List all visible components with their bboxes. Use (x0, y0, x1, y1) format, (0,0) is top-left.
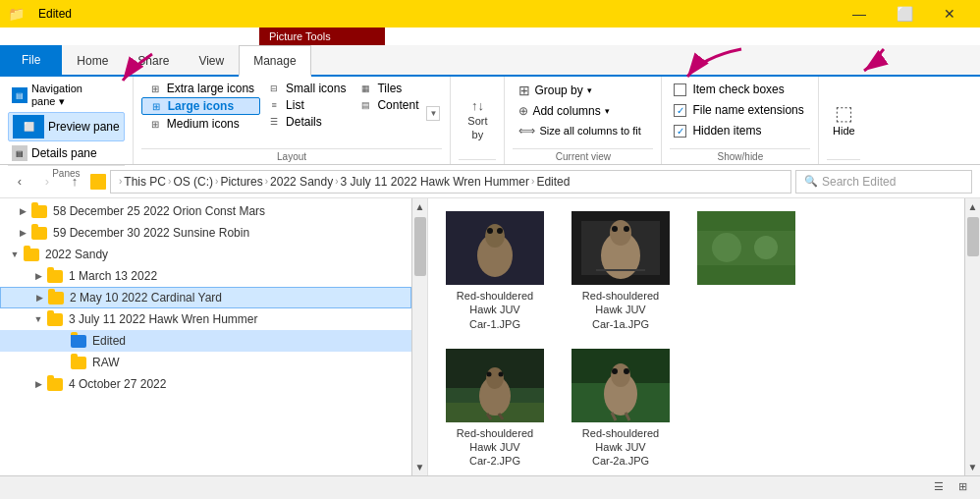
title-bar-title: Edited (38, 7, 72, 21)
add-columns-btn[interactable]: ⊕ Add columns ▾ (513, 102, 653, 120)
tab-view[interactable]: View (184, 45, 239, 75)
file-item-car2[interactable]: Red-shoulderedHawk JUVCar-2.JPG (436, 344, 554, 473)
sidebar-item-2may[interactable]: ▶ 2 May 10 2022 Cardinal Yard (0, 287, 411, 308)
svg-point-21 (487, 371, 492, 376)
hawk-img-car2a (572, 349, 670, 422)
address-bar: ‹ › ↑ › This PC › OS (C:) › Pictures › 2… (0, 165, 980, 198)
title-bar-icon: 📁 (8, 6, 25, 22)
svg-point-3 (487, 228, 493, 234)
forward-button[interactable]: › (35, 170, 59, 194)
picture-tools-label: Picture Tools (269, 30, 331, 42)
sidebar-item-1march[interactable]: ▶ 1 March 13 2022 (0, 265, 411, 287)
svg-rect-13 (697, 231, 795, 265)
medium-icons-btn[interactable]: ⊞ Medium icons (141, 116, 260, 132)
file-scroll-thumb[interactable] (967, 217, 979, 256)
list-view-btn[interactable]: ☰ (929, 479, 949, 495)
hide-btn[interactable]: ⬚ Hide (829, 97, 859, 140)
ribbon: ▤ Navigationpane ▾ ⬜ Preview pane ▤ Deta… (0, 77, 980, 165)
path-part-2022sandy[interactable]: 2022 Sandy (270, 175, 333, 189)
main-area: ▶ 58 December 25 2022 Orion Const Mars ▶… (0, 198, 980, 475)
layout-expand-btn[interactable]: ▼ (424, 81, 442, 146)
file-scrollbar[interactable]: ▲ ▼ (964, 198, 980, 475)
back-button[interactable]: ‹ (8, 170, 31, 194)
file-thumb-car2a (572, 349, 670, 422)
sidebar-item-edited[interactable]: Edited (0, 330, 411, 352)
tab-file[interactable]: File (8, 45, 54, 75)
large-icon-view-btn[interactable]: ⊞ (953, 479, 972, 495)
show-hide-group-label: Show/hide (670, 148, 810, 164)
svg-point-10 (624, 226, 629, 232)
extra-large-icons-btn[interactable]: ⊞ Extra large icons (141, 81, 260, 96)
sidebar-item-3july[interactable]: ▼ 3 July 11 2022 Hawk Wren Hummer (0, 308, 411, 330)
item-checkboxes-checkbox[interactable] (674, 83, 686, 96)
sidebar-item-4oct[interactable]: ▶ 4 October 27 2022 (0, 373, 411, 395)
expand-arrow-4oct: ▶ (31, 379, 45, 389)
navigation-pane-label: Navigationpane ▾ (31, 83, 82, 108)
sidebar-scrollbar[interactable]: ▲ ▼ (411, 198, 427, 475)
file-name-car1: Red-shoulderedHawk JUVCar-1.JPG (457, 289, 533, 331)
file-thumb-car1a (572, 211, 670, 285)
path-part-july[interactable]: 3 July 11 2022 Hawk Wren Hummer (341, 175, 530, 189)
file-item-car1[interactable]: Red-shoulderedHawk JUVCar-1.JPG (436, 206, 554, 336)
preview-pane-btn[interactable]: ⬜ Preview pane (8, 112, 125, 141)
size-columns-label: Size all columns to fit (539, 125, 640, 137)
tab-share[interactable]: Share (123, 45, 184, 75)
sidebar-scroll-thumb[interactable] (414, 217, 426, 276)
svg-point-15 (754, 236, 778, 259)
address-path[interactable]: › This PC › OS (C:) › Pictures › 2022 Sa… (110, 170, 791, 194)
close-button[interactable]: ✕ (927, 0, 972, 28)
small-icons-btn[interactable]: ⊟ Small icons (260, 81, 352, 96)
maximize-button[interactable]: ⬜ (882, 0, 927, 28)
title-bar: 📁 Edited — ⬜ ✕ (0, 0, 980, 28)
hawk-img-car1a (572, 211, 670, 285)
file-item-car2a[interactable]: Red-shoulderedHawk JUVCar-2a.JPG (562, 344, 680, 473)
group-by-btn[interactable]: ⊞ Group by ▾ (513, 81, 653, 100)
content-btn[interactable]: ▤ Content (352, 97, 424, 113)
size-columns-btn[interactable]: ⟺ Size all columns to fit (513, 122, 653, 139)
path-separator-4: › (335, 176, 338, 187)
file-item-car1a[interactable]: Red-shoulderedHawk JUVCar-1a.JPG (562, 206, 680, 336)
folder-icon-edited (71, 335, 86, 348)
minimize-button[interactable]: — (837, 0, 882, 28)
file-scroll-down[interactable]: ▼ (965, 459, 980, 475)
item-checkboxes-item[interactable]: Item check boxes (670, 81, 810, 98)
up-button[interactable]: ↑ (63, 170, 86, 194)
navigation-pane-btn[interactable]: ▤ Navigationpane ▾ (8, 81, 125, 110)
sidebar-item-raw[interactable]: RAW (0, 352, 411, 373)
sort-group-label (459, 159, 496, 164)
folder-icon-1march (47, 270, 63, 283)
large-icons-btn[interactable]: ⊞ Large icons (141, 97, 260, 115)
details-btn[interactable]: ☰ Details (260, 114, 352, 130)
path-separator-2: › (215, 176, 218, 187)
ribbon-group-hide: ⬚ Hide (819, 77, 868, 164)
path-part-edited[interactable]: Edited (536, 175, 570, 189)
tiles-btn[interactable]: ▦ Tiles (352, 81, 424, 96)
sidebar-scroll-up[interactable]: ▲ (412, 198, 428, 215)
hide-group-label (827, 159, 860, 164)
file-name-ext-checkbox[interactable]: ✓ (674, 104, 686, 117)
sidebar-item-2022sandy[interactable]: ▼ 2022 Sandy (0, 244, 411, 265)
list-btn[interactable]: ≡ List (260, 97, 352, 113)
sort-by-btn[interactable]: ↑↓ Sort by (463, 94, 491, 144)
sidebar-item-59dec[interactable]: ▶ 59 December 30 2022 Sunsine Robin (0, 222, 411, 244)
search-icon: 🔍 (804, 175, 818, 188)
search-box[interactable]: 🔍 Search Edited (795, 170, 972, 194)
file-name-extensions-item[interactable]: ✓ File name extensions (670, 101, 810, 119)
path-part-osc[interactable]: OS (C:) (173, 175, 213, 189)
hidden-items-item[interactable]: ✓ Hidden items (670, 122, 810, 139)
details-pane-btn[interactable]: ▤ Details pane (8, 143, 125, 163)
tab-manage[interactable]: Manage (239, 45, 310, 77)
file-name-car2: Red-shoulderedHawk JUVCar-2.JPG (457, 426, 533, 469)
path-part-thispc[interactable]: This PC (124, 175, 166, 189)
sidebar-item-58dec[interactable]: ▶ 58 December 25 2022 Orion Const Mars (0, 200, 411, 222)
hidden-items-checkbox[interactable]: ✓ (674, 125, 686, 138)
folder-icon-4oct (47, 378, 63, 391)
folder-icon-59dec (31, 227, 47, 240)
path-part-pictures[interactable]: Pictures (220, 175, 262, 189)
file-item-partial[interactable] (687, 206, 805, 336)
file-scroll-up[interactable]: ▲ (965, 198, 980, 215)
tab-home[interactable]: Home (62, 45, 123, 75)
ribbon-group-current-view: ⊞ Group by ▾ ⊕ Add columns ▾ ⟺ Size all … (505, 77, 662, 164)
expand-arrow-2may: ▶ (32, 293, 46, 303)
sidebar-scroll-down[interactable]: ▼ (412, 459, 428, 475)
